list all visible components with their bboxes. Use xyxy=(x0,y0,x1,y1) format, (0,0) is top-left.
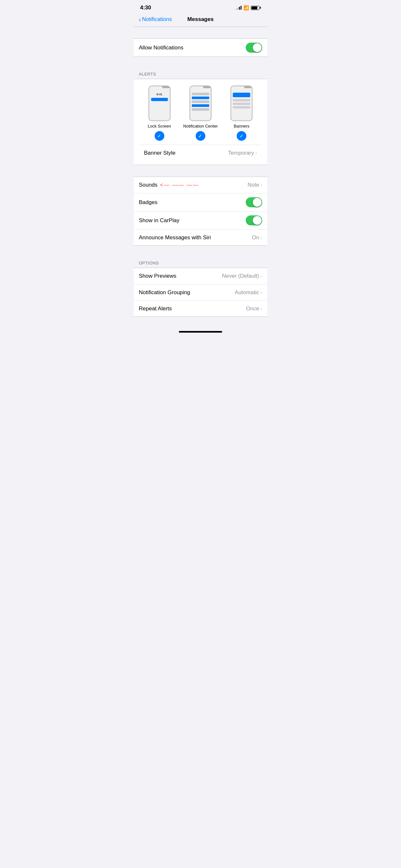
badges-toggle-knob xyxy=(253,198,261,207)
announce-messages-row[interactable]: Announce Messages with Siri On › xyxy=(134,229,267,245)
notification-center-notch xyxy=(203,86,211,88)
status-bar: 4:30 📶 xyxy=(134,0,267,13)
show-in-carplay-toggle-knob xyxy=(253,216,261,225)
repeat-alerts-row[interactable]: Repeat Alerts Once › xyxy=(134,300,267,316)
show-previews-value-text: Never (Default) xyxy=(222,273,259,279)
show-in-carplay-row: Show in CarPlay xyxy=(134,211,267,229)
sounds-value: Note › xyxy=(248,182,262,188)
notif-bar-2 xyxy=(192,97,209,99)
notif-bar-3 xyxy=(192,100,209,103)
section-gap-5 xyxy=(134,317,267,329)
notification-grouping-value-text: Automatic xyxy=(235,289,259,296)
banner-style-label: Banner Style xyxy=(144,150,175,156)
notification-grouping-chevron-icon: › xyxy=(260,290,262,296)
notification-center-screen xyxy=(190,86,211,120)
badges-row: Badges xyxy=(134,193,267,211)
notif-bar-4 xyxy=(192,104,209,107)
banners-label: Banners xyxy=(234,124,249,128)
battery-icon xyxy=(251,6,261,10)
notification-center-phone-mock xyxy=(189,86,212,121)
alert-item-banners[interactable]: Banners ✓ xyxy=(221,86,262,141)
section-gap-3 xyxy=(134,165,267,177)
banner-style-value: Temporary › xyxy=(228,150,257,156)
announce-messages-label: Announce Messages with Siri xyxy=(139,235,211,241)
banner-line-3 xyxy=(233,106,250,108)
show-previews-value: Never (Default) › xyxy=(222,273,262,279)
badges-toggle[interactable] xyxy=(246,197,262,207)
show-in-carplay-label: Show in CarPlay xyxy=(139,217,180,224)
notification-grouping-value: Automatic › xyxy=(235,289,262,296)
lock-screen-time-display: 9:41 xyxy=(149,93,170,96)
notif-bar-1 xyxy=(192,93,209,95)
alerts-section-header: ALERTS xyxy=(134,68,267,79)
announce-messages-chevron-icon: › xyxy=(260,235,262,241)
sounds-value-text: Note xyxy=(248,182,259,188)
banners-screen xyxy=(231,86,252,120)
alerts-header-text: ALERTS xyxy=(139,72,156,76)
lock-screen-notch xyxy=(162,86,170,88)
repeat-alerts-chevron-icon: › xyxy=(260,306,262,312)
banner-line-2 xyxy=(233,103,250,105)
announce-messages-value: On › xyxy=(252,235,262,241)
banners-phone-mock xyxy=(230,86,252,121)
sounds-chevron-icon: › xyxy=(260,182,262,188)
nav-bar: ‹ Notifications Messages xyxy=(134,13,267,27)
lock-screen-label: Lock Screen xyxy=(148,124,171,128)
allow-notifications-label: Allow Notifications xyxy=(139,44,183,51)
notification-center-label: Notification Center xyxy=(183,124,218,128)
notification-grouping-label: Notification Grouping xyxy=(139,289,190,296)
notification-center-check: ✓ xyxy=(196,131,205,141)
toggle-knob xyxy=(253,43,261,52)
signal-icon xyxy=(236,6,242,10)
show-previews-label: Show Previews xyxy=(139,273,176,279)
repeat-alerts-value-text: Once xyxy=(246,306,259,312)
back-label: Notifications xyxy=(142,16,172,23)
alerts-card: 9:41 Lock Screen ✓ xyxy=(134,79,267,165)
sounds-dashes-icon: <— —— —— xyxy=(160,182,199,188)
home-indicator xyxy=(134,329,267,338)
section-gap-2 xyxy=(134,57,267,68)
lock-screen-check: ✓ xyxy=(155,131,164,141)
lock-screen-screen: 9:41 xyxy=(149,86,170,120)
section-gap-4 xyxy=(134,246,267,257)
lock-screen-phone-mock: 9:41 xyxy=(149,86,171,121)
banners-check: ✓ xyxy=(237,131,246,141)
sounds-row[interactable]: Sounds <— —— —— Note › xyxy=(134,177,267,193)
banner-line-1 xyxy=(233,99,250,101)
back-chevron-icon: ‹ xyxy=(139,16,141,23)
allow-notifications-row: Allow Notifications xyxy=(134,39,267,57)
show-previews-row[interactable]: Show Previews Never (Default) › xyxy=(134,268,267,284)
notification-grouping-row[interactable]: Notification Grouping Automatic › xyxy=(134,284,267,300)
wifi-icon: 📶 xyxy=(243,5,249,10)
alert-item-notification-center[interactable]: Notification Center ✓ xyxy=(180,86,221,141)
banner-notification-bar xyxy=(233,93,250,97)
show-previews-chevron-icon: › xyxy=(260,273,262,279)
alerts-icons-row: 9:41 Lock Screen ✓ xyxy=(139,86,262,141)
sounds-label: Sounds xyxy=(139,182,158,188)
badges-label: Badges xyxy=(139,199,158,206)
back-button[interactable]: ‹ Notifications xyxy=(139,16,172,23)
options-header-text: OPTIONS xyxy=(139,260,159,266)
status-icons: 📶 xyxy=(236,5,261,10)
repeat-alerts-value: Once › xyxy=(246,306,262,312)
options-section-header: OPTIONS xyxy=(134,257,267,268)
announce-messages-value-text: On xyxy=(252,235,259,241)
banner-screen-lines xyxy=(231,99,252,108)
status-time: 4:30 xyxy=(140,4,151,11)
banner-style-row[interactable]: Banner Style Temporary › xyxy=(139,145,262,161)
page-title: Messages xyxy=(187,16,213,23)
repeat-alerts-label: Repeat Alerts xyxy=(139,306,172,312)
alert-item-lock-screen[interactable]: 9:41 Lock Screen ✓ xyxy=(139,86,180,141)
sounds-left: Sounds <— —— —— xyxy=(139,182,199,188)
home-bar xyxy=(179,331,222,333)
lock-screen-notification-bar xyxy=(151,98,168,101)
allow-notifications-card: Allow Notifications xyxy=(134,38,267,57)
show-in-carplay-toggle[interactable] xyxy=(246,215,262,225)
banners-notch xyxy=(244,86,252,88)
options-card: Show Previews Never (Default) › Notifica… xyxy=(134,268,267,317)
banner-style-chevron-icon: › xyxy=(255,150,257,156)
banner-style-value-text: Temporary xyxy=(228,150,254,156)
notif-bar-5 xyxy=(192,108,209,111)
notification-center-bars xyxy=(190,93,211,111)
allow-notifications-toggle[interactable] xyxy=(246,42,262,53)
